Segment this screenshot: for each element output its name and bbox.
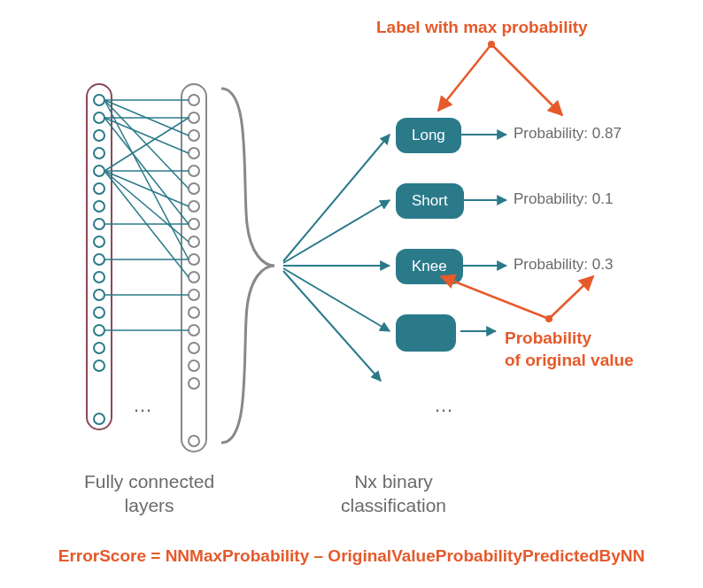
svg-point-8	[94, 236, 104, 247]
annotation-original-value: Probability of original value	[505, 328, 634, 371]
svg-point-25	[189, 236, 199, 247]
layer-connections	[104, 100, 189, 330]
svg-point-14	[94, 343, 104, 353]
error-score-formula: ErrorScore = NNMaxProbability – Original…	[58, 546, 645, 566]
box-to-prob-arrows	[460, 135, 506, 331]
svg-point-29	[189, 307, 199, 318]
svg-point-20	[189, 148, 199, 159]
svg-point-11	[94, 290, 104, 300]
svg-line-54	[283, 268, 390, 331]
prob-label-knee: Probability: 0.3	[514, 256, 613, 274]
svg-point-2	[94, 130, 104, 141]
class-box-knee: Knee	[396, 249, 463, 284]
svg-point-32	[189, 360, 199, 371]
svg-point-3	[94, 148, 104, 159]
caption-line: Fully connected	[84, 471, 214, 491]
svg-point-13	[94, 325, 104, 336]
annotation-line: Probability	[505, 329, 591, 347]
svg-point-19	[189, 130, 199, 141]
caption-line: layers	[125, 495, 174, 515]
svg-point-4	[94, 166, 104, 176]
svg-point-9	[94, 254, 104, 265]
svg-point-34	[189, 436, 199, 446]
svg-point-18	[189, 112, 199, 123]
svg-point-33	[189, 378, 199, 389]
svg-line-41	[104, 118, 189, 224]
svg-point-28	[189, 290, 199, 300]
hidden-layer-capsule	[182, 84, 206, 452]
svg-point-0	[94, 95, 104, 105]
svg-line-51	[283, 135, 390, 261]
svg-point-30	[189, 325, 199, 336]
bottom-annotation-dot	[545, 315, 552, 322]
svg-line-55	[283, 271, 381, 381]
svg-point-7	[94, 219, 104, 229]
annotation-line: of original value	[505, 351, 634, 369]
svg-line-45	[104, 171, 189, 277]
svg-point-5	[94, 183, 104, 194]
class-box-empty	[396, 314, 456, 352]
ellipsis-layers: …	[133, 394, 152, 417]
svg-line-63	[549, 276, 593, 319]
svg-point-6	[94, 201, 104, 212]
svg-point-23	[189, 201, 199, 212]
curly-brace	[221, 89, 274, 443]
svg-point-22	[189, 183, 199, 194]
svg-point-10	[94, 272, 104, 282]
svg-line-60	[438, 44, 491, 111]
hidden-nodes	[189, 95, 199, 446]
svg-line-61	[491, 44, 562, 115]
svg-line-40	[104, 118, 189, 153]
caption-fully-connected: Fully connected layers	[84, 469, 214, 518]
top-annotation-arrows	[438, 44, 562, 115]
input-nodes	[94, 95, 104, 424]
svg-point-16	[94, 414, 104, 424]
svg-point-17	[189, 95, 199, 105]
class-box-long: Long	[396, 118, 461, 153]
annotation-max-prob: Label with max probability	[376, 18, 588, 37]
ellipsis-classes: …	[434, 394, 453, 417]
svg-point-21	[189, 166, 199, 176]
svg-line-42	[104, 118, 189, 171]
svg-point-26	[189, 254, 199, 265]
svg-point-27	[189, 272, 199, 282]
svg-point-1	[94, 112, 104, 123]
caption-line: classification	[341, 495, 446, 515]
svg-line-44	[104, 171, 189, 206]
class-box-short: Short	[396, 183, 464, 219]
prob-label-long: Probability: 0.87	[514, 125, 622, 143]
svg-line-52	[283, 200, 390, 263]
fanout-arrows	[283, 135, 390, 381]
svg-line-46	[104, 171, 189, 242]
svg-point-12	[94, 307, 104, 318]
svg-line-38	[104, 100, 189, 259]
prob-label-short: Probability: 0.1	[514, 190, 613, 208]
svg-point-31	[189, 343, 199, 353]
svg-point-15	[94, 360, 104, 371]
input-layer-capsule	[87, 84, 112, 429]
svg-point-24	[189, 219, 199, 229]
bottom-annotation-arrows	[441, 276, 593, 319]
svg-line-37	[104, 100, 189, 189]
top-annotation-dot	[488, 41, 495, 48]
caption-nx-binary: Nx binary classification	[341, 469, 446, 518]
caption-line: Nx binary	[354, 471, 433, 491]
svg-line-36	[104, 100, 189, 135]
